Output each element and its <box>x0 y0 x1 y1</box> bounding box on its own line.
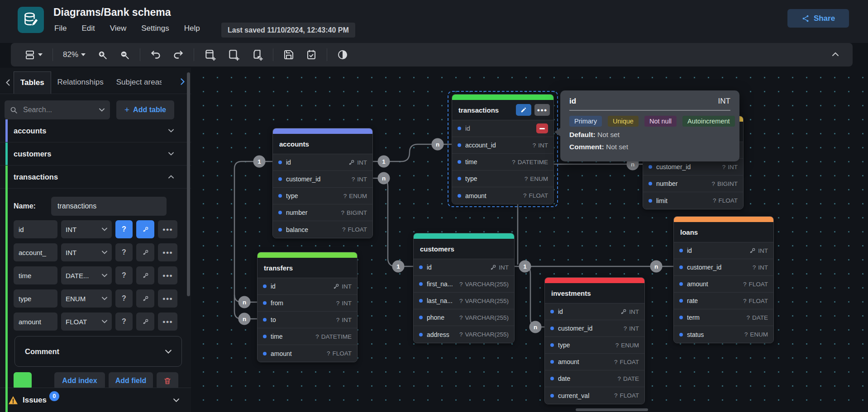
field-name: last_na... <box>427 297 455 304</box>
field-name: amount <box>465 192 519 199</box>
field-name: type <box>465 175 520 182</box>
table-field-row[interactable]: id <box>452 120 553 137</box>
table-header-strip <box>545 278 644 283</box>
canvas-table-investments[interactable]: investments idINT customer_id?INT type?E… <box>544 277 645 404</box>
table-field-row[interactable]: idINT <box>414 259 514 276</box>
table-field-row[interactable]: first_na...?VARCHAR(255) <box>414 276 514 293</box>
table-more-button[interactable]: ●●● <box>534 104 550 116</box>
canvas-table-customers[interactable]: customers idINT first_na...?VARCHAR(255)… <box>413 233 515 343</box>
field-type: ?FLOAT <box>614 359 639 365</box>
table-field-row[interactable]: status?ENUM <box>674 326 773 343</box>
field-type: ?ENUM <box>615 342 639 349</box>
field-type: ?DATE <box>746 314 768 321</box>
field-dot <box>458 160 461 164</box>
field-name: number <box>286 209 337 216</box>
field-name: time <box>465 158 508 166</box>
canvas-table-accounts[interactable]: accounts idINT customer_id?INT type?ENUM… <box>272 128 373 238</box>
field-name: id <box>465 125 532 132</box>
field-type: ?VARCHAR(255) <box>459 314 509 321</box>
field-dot <box>679 299 683 303</box>
table-title: accounts <box>273 134 372 154</box>
field-dot <box>679 265 683 269</box>
field-dot <box>550 343 554 347</box>
table-field-row[interactable]: type?ENUM <box>545 337 644 354</box>
table-field-row[interactable]: term?DATE <box>674 309 773 326</box>
table-field-row[interactable]: date?DATE <box>545 370 644 387</box>
table-field-row[interactable]: customer_id?INT <box>545 320 644 337</box>
canvas-table-loans[interactable]: loans idINT customer_id?INT amount?FLOAT… <box>673 216 774 343</box>
canvas-table-transactions[interactable]: transactions ●●● id account_id?INT time?… <box>452 94 554 204</box>
field-name: customer_id <box>286 175 348 183</box>
cardinality-label: 1 <box>378 156 390 168</box>
field-name: rate <box>687 297 739 304</box>
delete-field-button[interactable] <box>536 123 548 133</box>
table-field-row[interactable]: account_id?INT <box>452 137 553 154</box>
table-field-row[interactable]: balance?FLOAT <box>273 221 372 238</box>
table-field-row[interactable]: phone?VARCHAR(255) <box>414 309 514 326</box>
table-field-row[interactable]: last_na...?VARCHAR(255) <box>414 293 514 309</box>
table-field-row[interactable]: to?INT <box>258 312 357 328</box>
field-dot <box>550 377 554 380</box>
table-field-row[interactable]: amount?FLOAT <box>674 276 773 293</box>
svg-text:n: n <box>436 141 439 148</box>
table-field-row[interactable]: current_val?FLOAT <box>545 387 644 404</box>
table-field-row[interactable]: idINT <box>258 278 357 295</box>
tooltip-field-name: id <box>569 97 576 106</box>
field-type: ?FLOAT <box>743 281 768 288</box>
svg-text:n: n <box>654 263 658 270</box>
field-name: id <box>271 283 329 290</box>
field-type: ?DATETIME <box>315 333 352 340</box>
tooltip-property-row: Default: Not set <box>569 131 730 139</box>
table-field-row[interactable]: time?DATETIME <box>258 328 357 345</box>
table-field-row[interactable]: address?VARCHAR(255) <box>414 326 514 343</box>
cardinality-label: n <box>238 296 251 308</box>
table-field-row[interactable]: customer_id?INT <box>273 171 372 188</box>
field-name: status <box>687 331 740 338</box>
table-field-row[interactable]: type?ENUM <box>452 170 553 187</box>
field-type: INT <box>749 247 768 254</box>
field-dot <box>419 265 423 269</box>
table-field-row[interactable]: amount?FLOAT <box>452 187 553 204</box>
field-dot <box>550 360 554 364</box>
cardinality-label: n <box>378 172 390 185</box>
field-dot <box>278 228 282 232</box>
table-field-row[interactable]: time?DATETIME <box>452 154 553 170</box>
table-field-row[interactable]: from?INT <box>258 295 357 312</box>
field-dot <box>679 282 683 286</box>
table-title: loans <box>674 222 773 242</box>
svg-text:1: 1 <box>396 263 400 270</box>
table-field-row[interactable]: type?ENUM <box>273 188 372 204</box>
table-field-row[interactable]: idINT <box>545 303 644 320</box>
table-field-row[interactable]: idINT <box>273 154 372 171</box>
field-type: ?INT <box>336 300 352 307</box>
field-type: ?ENUM <box>343 193 367 199</box>
field-dot <box>278 211 282 214</box>
field-type: ?FLOAT <box>523 192 548 199</box>
tooltip-field-type: INT <box>718 97 730 106</box>
cardinality-label: n <box>650 260 663 273</box>
table-field-row[interactable]: amount?FLOAT <box>258 345 357 362</box>
svg-text:n: n <box>243 316 246 322</box>
field-type: ?FLOAT <box>614 392 639 399</box>
svg-text:1: 1 <box>258 158 261 165</box>
table-field-row[interactable]: rate?FLOAT <box>674 293 773 309</box>
constraint-badge-not-null: Not null <box>644 116 677 127</box>
field-type: ?INT <box>753 264 768 271</box>
svg-text:1: 1 <box>523 263 527 270</box>
table-header-strip <box>273 128 372 134</box>
field-tooltip: id INT PrimaryUniqueNot nullAutoincremen… <box>560 90 739 161</box>
edit-table-button[interactable] <box>516 104 531 116</box>
table-field-row[interactable]: number?BIGINT <box>273 204 372 221</box>
table-field-row[interactable]: idINT <box>674 242 773 259</box>
field-name: first_na... <box>427 280 455 288</box>
field-dot <box>679 316 683 319</box>
field-dot <box>550 327 554 330</box>
canvas-table-transfers[interactable]: transfers idINT from?INT to?INT time?DAT… <box>257 252 358 362</box>
field-dot <box>419 316 423 319</box>
table-field-row[interactable]: amount?FLOAT <box>545 354 644 370</box>
field-name: type <box>286 192 339 199</box>
table-field-row[interactable]: customer_id?INT <box>674 259 773 276</box>
field-type: ?FLOAT <box>743 298 768 304</box>
field-type: ?FLOAT <box>327 350 352 357</box>
table-header-strip <box>452 95 553 100</box>
